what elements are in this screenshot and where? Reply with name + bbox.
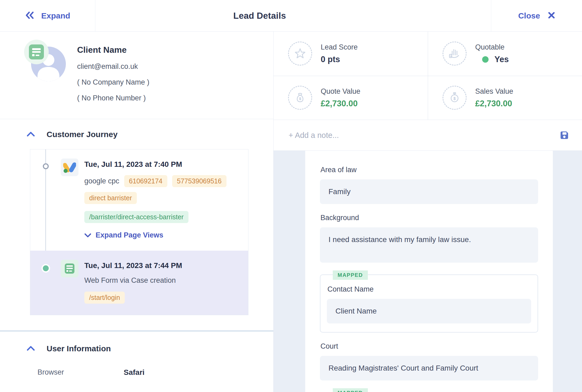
journey-item-time: Tue, Jul 11, 2023 at 7:44 PM bbox=[84, 261, 182, 270]
header: Expand Lead Details Close bbox=[0, 0, 582, 32]
save-icon bbox=[560, 130, 569, 140]
client-text: Client Name client@email.co.uk ( No Comp… bbox=[77, 44, 149, 119]
expand-label: Expand bbox=[41, 11, 70, 20]
client-company: ( No Company Name ) bbox=[77, 78, 149, 86]
chevron-up-icon bbox=[27, 131, 35, 138]
user-info-rows: Browser Safari Device Type desktop bbox=[0, 368, 273, 392]
section-divider bbox=[0, 330, 273, 332]
client-name: Client Name bbox=[77, 45, 149, 55]
start-path-badge: /start/login bbox=[84, 292, 125, 304]
double-chevron-left-icon bbox=[25, 11, 34, 20]
lead-score-label: Lead Score bbox=[321, 43, 358, 51]
journey-source: Web Form via Case creation bbox=[84, 276, 176, 285]
lead-score-value: 0 pts bbox=[321, 55, 358, 64]
expand-button[interactable]: Expand bbox=[0, 0, 95, 31]
web-form-tile-icon bbox=[61, 260, 78, 277]
timeline-node-open bbox=[43, 163, 49, 169]
svg-text:$: $ bbox=[299, 97, 301, 101]
landing-path-badge: /barrister/direct-access-barrister bbox=[84, 211, 188, 223]
browser-value: Safari bbox=[124, 368, 145, 377]
hand-icon bbox=[443, 42, 467, 66]
star-icon bbox=[288, 42, 312, 66]
user-information-toggle[interactable]: User Information bbox=[0, 344, 273, 353]
keyword-badge: direct barrister bbox=[84, 192, 137, 204]
main-content: Client Name client@email.co.uk ( No Comp… bbox=[0, 32, 582, 392]
customer-journey-timeline: Tue, Jul 11, 2023 at 7:40 PM google cpc … bbox=[30, 149, 248, 315]
customer-journey-title: Customer Journey bbox=[47, 130, 118, 139]
quotable-stat: Quotable Yes bbox=[428, 32, 582, 76]
journey-source: google cpc bbox=[84, 177, 119, 185]
area-of-law-label: Area of law bbox=[320, 166, 538, 174]
journey-item-time: Tue, Jul 11, 2023 at 7:40 PM bbox=[84, 160, 226, 169]
mapped-contact-name-group: MAPPED Contact Name Client Name bbox=[320, 274, 538, 333]
stopwatch-dollar-icon: $ bbox=[443, 86, 467, 110]
close-label: Close bbox=[518, 11, 540, 20]
browser-label: Browser bbox=[37, 368, 124, 377]
left-panel: Client Name client@email.co.uk ( No Comp… bbox=[0, 32, 274, 392]
mapped-badge: MAPPED bbox=[333, 270, 368, 280]
court-label: Court bbox=[320, 342, 538, 350]
customer-journey-toggle[interactable]: Customer Journey bbox=[0, 130, 273, 139]
area-of-law-field[interactable]: Family bbox=[320, 179, 538, 204]
chevron-up-icon bbox=[27, 346, 35, 352]
journey-item-google-ads[interactable]: Tue, Jul 11, 2023 at 7:40 PM google cpc … bbox=[30, 149, 248, 251]
contact-name-label: Contact Name bbox=[327, 285, 531, 293]
client-summary: Client Name client@email.co.uk ( No Comp… bbox=[0, 32, 273, 119]
quote-value-stat: $ Quote Value £2,730.00 bbox=[274, 76, 428, 120]
save-note-button[interactable] bbox=[559, 130, 570, 141]
status-dot-green bbox=[482, 56, 489, 63]
enquiry-form-area: Area of law Family Background I need ass… bbox=[274, 151, 582, 392]
google-ads-icon bbox=[61, 159, 78, 176]
add-note-row bbox=[274, 120, 582, 151]
sales-value-stat: $ Sales Value £2,730.00 bbox=[428, 76, 582, 120]
avatar bbox=[31, 47, 66, 81]
background-label: Background bbox=[320, 214, 538, 222]
timeline-node-filled bbox=[41, 264, 50, 273]
svg-text:$: $ bbox=[453, 96, 456, 101]
close-icon bbox=[548, 12, 555, 20]
user-information-title: User Information bbox=[47, 344, 111, 353]
chevron-down-icon bbox=[84, 233, 91, 238]
client-email: client@email.co.uk bbox=[77, 62, 149, 71]
lead-details-panel: Expand Lead Details Close bbox=[0, 0, 582, 392]
right-panel: Lead Score 0 pts bbox=[274, 32, 582, 392]
sales-value-amount: £2,730.00 bbox=[475, 99, 513, 108]
expand-page-views-link[interactable]: Expand Page Views bbox=[84, 231, 226, 239]
header-title-area: Lead Details bbox=[95, 0, 491, 31]
sales-value-label: Sales Value bbox=[475, 87, 513, 96]
money-bag-icon: $ bbox=[288, 86, 312, 110]
campaign-id-badge: 610692174 bbox=[124, 175, 167, 187]
contact-name-field[interactable]: Client Name bbox=[327, 299, 531, 323]
adgroup-id-badge: 577539069516 bbox=[172, 175, 226, 187]
quotable-value: Yes bbox=[494, 55, 509, 64]
quote-value-label: Quote Value bbox=[321, 87, 360, 96]
court-field[interactable]: Reading Magistrates' Court and Family Co… bbox=[320, 356, 538, 380]
add-note-input[interactable] bbox=[289, 131, 553, 140]
lead-score-stat: Lead Score 0 pts bbox=[274, 32, 428, 76]
enquiry-form-card: Area of law Family Background I need ass… bbox=[305, 151, 553, 392]
web-form-icon bbox=[29, 44, 44, 59]
mapped-badge: MAPPED bbox=[333, 388, 368, 392]
page-title: Lead Details bbox=[233, 11, 286, 21]
close-button[interactable]: Close bbox=[491, 0, 582, 31]
quotable-label: Quotable bbox=[475, 43, 509, 51]
expand-page-views-label: Expand Page Views bbox=[96, 231, 163, 239]
background-field[interactable]: I need assistance with my family law iss… bbox=[320, 227, 538, 263]
user-info-row: Browser Safari bbox=[37, 368, 273, 377]
lead-stats: Lead Score 0 pts bbox=[274, 32, 582, 120]
journey-item-web-form[interactable]: Tue, Jul 11, 2023 at 7:44 PM Web Form vi… bbox=[30, 251, 248, 315]
client-phone: ( No Phone Number ) bbox=[77, 94, 149, 102]
quote-value-amount: £2,730.00 bbox=[321, 99, 360, 108]
source-badge-halo bbox=[24, 40, 49, 64]
